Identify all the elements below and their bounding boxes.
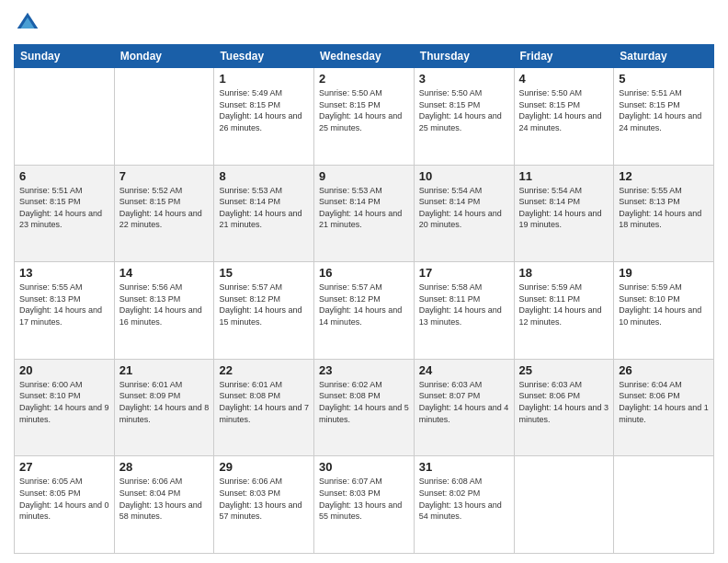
day-number: 19 <box>619 266 709 280</box>
calendar-cell <box>614 456 714 554</box>
calendar-cell <box>114 68 214 166</box>
day-number: 22 <box>219 363 309 377</box>
day-info: Sunrise: 5:53 AM Sunset: 8:14 PM Dayligh… <box>319 185 409 231</box>
day-info: Sunrise: 5:55 AM Sunset: 8:13 PM Dayligh… <box>619 185 709 231</box>
day-number: 25 <box>519 363 609 377</box>
weekday-header: Monday <box>114 45 214 68</box>
calendar-header-row: SundayMondayTuesdayWednesdayThursdayFrid… <box>15 45 714 68</box>
calendar-cell: 22Sunrise: 6:01 AM Sunset: 8:08 PM Dayli… <box>214 359 314 456</box>
day-info: Sunrise: 6:01 AM Sunset: 8:08 PM Dayligh… <box>219 379 309 425</box>
day-number: 11 <box>519 169 609 183</box>
day-info: Sunrise: 5:50 AM Sunset: 8:15 PM Dayligh… <box>419 87 509 133</box>
weekday-header: Tuesday <box>214 45 314 68</box>
day-number: 1 <box>219 72 309 86</box>
calendar-cell: 17Sunrise: 5:58 AM Sunset: 8:11 PM Dayli… <box>414 262 514 360</box>
day-info: Sunrise: 5:51 AM Sunset: 8:15 PM Dayligh… <box>619 87 709 133</box>
weekday-header: Sunday <box>15 45 115 68</box>
day-number: 6 <box>19 169 109 183</box>
day-info: Sunrise: 6:06 AM Sunset: 8:04 PM Dayligh… <box>119 476 210 522</box>
day-info: Sunrise: 5:58 AM Sunset: 8:11 PM Dayligh… <box>419 282 509 327</box>
day-number: 23 <box>319 363 409 377</box>
calendar-cell: 7Sunrise: 5:52 AM Sunset: 8:15 PM Daylig… <box>114 165 214 262</box>
calendar-cell: 3Sunrise: 5:50 AM Sunset: 8:15 PM Daylig… <box>414 68 514 166</box>
calendar-cell: 18Sunrise: 5:59 AM Sunset: 8:11 PM Dayli… <box>514 262 614 360</box>
day-info: Sunrise: 5:52 AM Sunset: 8:15 PM Dayligh… <box>119 185 210 231</box>
calendar-cell: 25Sunrise: 6:03 AM Sunset: 8:06 PM Dayli… <box>514 359 614 456</box>
day-info: Sunrise: 6:02 AM Sunset: 8:08 PM Dayligh… <box>319 379 409 425</box>
calendar-cell: 10Sunrise: 5:54 AM Sunset: 8:14 PM Dayli… <box>414 165 514 262</box>
day-number: 26 <box>619 363 709 377</box>
day-info: Sunrise: 6:08 AM Sunset: 8:02 PM Dayligh… <box>419 476 509 522</box>
logo <box>14 9 45 37</box>
calendar-cell: 2Sunrise: 5:50 AM Sunset: 8:15 PM Daylig… <box>314 68 415 166</box>
day-info: Sunrise: 6:06 AM Sunset: 8:03 PM Dayligh… <box>219 476 309 522</box>
day-number: 4 <box>519 72 609 86</box>
calendar-cell: 4Sunrise: 5:50 AM Sunset: 8:15 PM Daylig… <box>514 68 614 166</box>
day-number: 21 <box>119 363 210 377</box>
day-number: 10 <box>419 169 509 183</box>
calendar-cell: 6Sunrise: 5:51 AM Sunset: 8:15 PM Daylig… <box>15 165 115 262</box>
weekday-header: Thursday <box>414 45 514 68</box>
day-number: 31 <box>419 460 509 474</box>
calendar-cell: 27Sunrise: 6:05 AM Sunset: 8:05 PM Dayli… <box>15 456 115 554</box>
day-info: Sunrise: 5:55 AM Sunset: 8:13 PM Dayligh… <box>19 282 109 327</box>
calendar-cell: 13Sunrise: 5:55 AM Sunset: 8:13 PM Dayli… <box>15 262 115 360</box>
calendar-cell: 1Sunrise: 5:49 AM Sunset: 8:15 PM Daylig… <box>214 68 314 166</box>
calendar-cell: 24Sunrise: 6:03 AM Sunset: 8:07 PM Dayli… <box>414 359 514 456</box>
day-number: 8 <box>219 169 309 183</box>
day-info: Sunrise: 6:01 AM Sunset: 8:09 PM Dayligh… <box>119 379 210 425</box>
day-info: Sunrise: 5:56 AM Sunset: 8:13 PM Dayligh… <box>119 282 210 327</box>
calendar-cell: 21Sunrise: 6:01 AM Sunset: 8:09 PM Dayli… <box>114 359 214 456</box>
day-number: 17 <box>419 266 509 280</box>
day-info: Sunrise: 6:03 AM Sunset: 8:07 PM Dayligh… <box>419 379 509 425</box>
calendar-cell: 30Sunrise: 6:07 AM Sunset: 8:03 PM Dayli… <box>314 456 415 554</box>
day-number: 30 <box>319 460 409 474</box>
day-number: 28 <box>119 460 210 474</box>
weekday-header: Friday <box>514 45 614 68</box>
logo-icon <box>14 9 41 37</box>
calendar-cell: 29Sunrise: 6:06 AM Sunset: 8:03 PM Dayli… <box>214 456 314 554</box>
day-number: 13 <box>19 266 109 280</box>
day-info: Sunrise: 6:07 AM Sunset: 8:03 PM Dayligh… <box>319 476 409 522</box>
calendar-cell: 26Sunrise: 6:04 AM Sunset: 8:06 PM Dayli… <box>614 359 714 456</box>
day-info: Sunrise: 5:49 AM Sunset: 8:15 PM Dayligh… <box>219 87 309 133</box>
calendar-week-row: 1Sunrise: 5:49 AM Sunset: 8:15 PM Daylig… <box>15 68 714 166</box>
day-info: Sunrise: 5:50 AM Sunset: 8:15 PM Dayligh… <box>319 87 409 133</box>
day-info: Sunrise: 5:59 AM Sunset: 8:11 PM Dayligh… <box>519 282 609 327</box>
day-info: Sunrise: 6:03 AM Sunset: 8:06 PM Dayligh… <box>519 379 609 425</box>
calendar-table: SundayMondayTuesdayWednesdayThursdayFrid… <box>14 44 714 554</box>
day-info: Sunrise: 5:50 AM Sunset: 8:15 PM Dayligh… <box>519 87 609 133</box>
day-info: Sunrise: 5:51 AM Sunset: 8:15 PM Dayligh… <box>19 185 109 231</box>
day-info: Sunrise: 5:57 AM Sunset: 8:12 PM Dayligh… <box>219 282 309 327</box>
calendar-week-row: 20Sunrise: 6:00 AM Sunset: 8:10 PM Dayli… <box>15 359 714 456</box>
calendar-cell: 5Sunrise: 5:51 AM Sunset: 8:15 PM Daylig… <box>614 68 714 166</box>
day-number: 2 <box>319 72 409 86</box>
day-info: Sunrise: 5:54 AM Sunset: 8:14 PM Dayligh… <box>419 185 509 231</box>
calendar-week-row: 6Sunrise: 5:51 AM Sunset: 8:15 PM Daylig… <box>15 165 714 262</box>
calendar-cell: 9Sunrise: 5:53 AM Sunset: 8:14 PM Daylig… <box>314 165 415 262</box>
calendar-cell: 23Sunrise: 6:02 AM Sunset: 8:08 PM Dayli… <box>314 359 415 456</box>
calendar-cell <box>514 456 614 554</box>
day-info: Sunrise: 6:04 AM Sunset: 8:06 PM Dayligh… <box>619 379 709 425</box>
day-number: 12 <box>619 169 709 183</box>
calendar-cell: 8Sunrise: 5:53 AM Sunset: 8:14 PM Daylig… <box>214 165 314 262</box>
calendar-cell: 16Sunrise: 5:57 AM Sunset: 8:12 PM Dayli… <box>314 262 415 360</box>
day-number: 20 <box>19 363 109 377</box>
calendar-cell: 11Sunrise: 5:54 AM Sunset: 8:14 PM Dayli… <box>514 165 614 262</box>
day-number: 18 <box>519 266 609 280</box>
day-number: 24 <box>419 363 509 377</box>
calendar-cell: 19Sunrise: 5:59 AM Sunset: 8:10 PM Dayli… <box>614 262 714 360</box>
day-number: 9 <box>319 169 409 183</box>
day-number: 16 <box>319 266 409 280</box>
day-number: 29 <box>219 460 309 474</box>
day-number: 7 <box>119 169 210 183</box>
weekday-header: Wednesday <box>314 45 415 68</box>
calendar-cell: 12Sunrise: 5:55 AM Sunset: 8:13 PM Dayli… <box>614 165 714 262</box>
day-info: Sunrise: 6:05 AM Sunset: 8:05 PM Dayligh… <box>19 476 109 522</box>
day-number: 3 <box>419 72 509 86</box>
day-info: Sunrise: 6:00 AM Sunset: 8:10 PM Dayligh… <box>19 379 109 425</box>
calendar-cell: 20Sunrise: 6:00 AM Sunset: 8:10 PM Dayli… <box>15 359 115 456</box>
day-number: 14 <box>119 266 210 280</box>
header <box>14 9 714 37</box>
day-info: Sunrise: 5:57 AM Sunset: 8:12 PM Dayligh… <box>319 282 409 327</box>
